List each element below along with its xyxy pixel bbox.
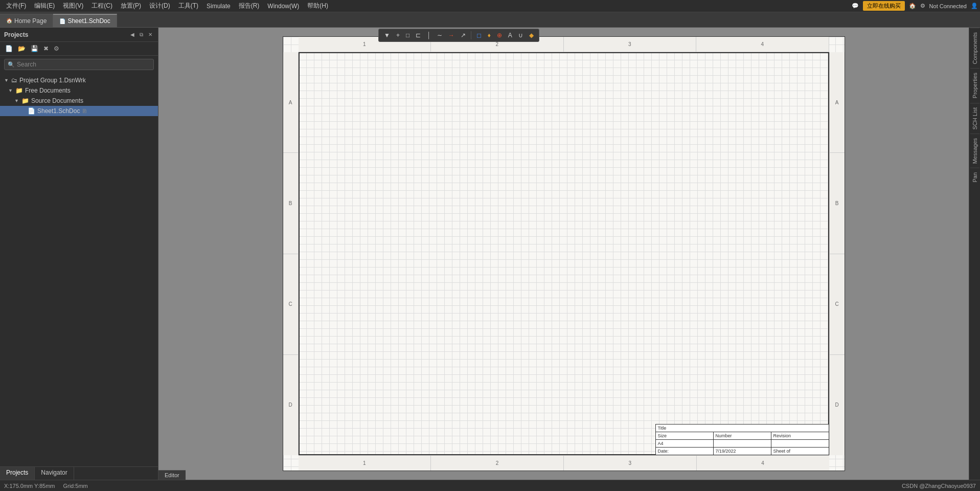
menu-file[interactable]: 文件(F) — [2, 1, 30, 11]
line-tool-button[interactable]: ∼ — [435, 31, 444, 40]
settings-icon[interactable]: ⚙ — [920, 3, 925, 9]
power-tool-button[interactable]: ↗ — [459, 31, 468, 40]
message-icon: 💬 — [852, 3, 859, 9]
tree-arrow-source-docs: ▼ — [14, 98, 19, 103]
right-tab-sch-list[interactable]: SCH List — [970, 103, 979, 133]
close-doc-button[interactable]: ✖ — [41, 44, 51, 53]
search-box[interactable]: 🔍 — [4, 59, 154, 70]
coords-display: X:175.0mm Y:85mm — [4, 483, 55, 489]
bottom-col-3: 3 — [564, 456, 697, 471]
open-doc-button[interactable]: 📂 — [16, 44, 28, 53]
menu-window[interactable]: Window(W) — [263, 2, 303, 11]
tree-item-sheet1[interactable]: 📄 Sheet1.SchDoc 🖹 — [0, 106, 158, 116]
net-label-tool-button[interactable]: → — [446, 31, 457, 40]
search-input[interactable] — [17, 61, 150, 68]
menu-help[interactable]: 帮助(H) — [303, 1, 332, 11]
add-tool-button[interactable]: + — [394, 31, 402, 40]
rect-tool-button[interactable]: □ — [404, 31, 412, 40]
right-ruler: A B C D — [829, 52, 845, 455]
user-icon[interactable]: 👤 — [971, 3, 978, 9]
menu-tools[interactable]: 工具(T) — [174, 1, 202, 11]
tree-item-project-group[interactable]: ▼ 🗂 Project Group 1.DsnWrk — [0, 75, 158, 85]
title-block: Title Size Number Revision A4 — [655, 424, 829, 455]
tree-arrow-free-docs: ▼ — [8, 88, 13, 93]
port-tool-button[interactable]: ♦ — [486, 31, 493, 40]
schematic-sheet[interactable]: 1 2 3 4 A B C D A B — [283, 36, 845, 471]
tab-navigator[interactable]: Navigator — [35, 467, 74, 480]
component-tool-button[interactable]: ◻ — [474, 31, 484, 40]
right-tab-properties[interactable]: Properties — [970, 68, 979, 102]
title-row-3: A4 — [656, 440, 829, 448]
project-group-icon: 🗂 — [11, 77, 17, 84]
connection-status: Not Connected — [929, 3, 967, 9]
menu-place[interactable]: 放置(P) — [117, 1, 145, 11]
col-label-4: 4 — [696, 37, 829, 52]
toolbar-separator-1 — [471, 31, 471, 39]
canvas-wrapper[interactable]: 1 2 3 4 A B C D A B — [158, 28, 969, 480]
text-tool-button[interactable]: A — [506, 31, 514, 40]
status-bar: X:175.0mm Y:85mm Grid:5mm CSDN @ZhangCha… — [0, 480, 980, 491]
row-label-c-left: C — [283, 254, 298, 355]
bottom-col-4: 4 — [697, 456, 829, 471]
right-tab-messages[interactable]: Messages — [970, 133, 979, 168]
tab-projects[interactable]: Projects — [0, 467, 35, 480]
watermark-text: CSDN @ZhangChaoyue0937 — [902, 483, 976, 489]
panel-float-button[interactable]: ⧉ — [138, 31, 145, 38]
fill-tool-button[interactable]: ◆ — [527, 31, 536, 40]
row-label-b-right: B — [830, 153, 845, 254]
free-docs-icon: 📁 — [15, 87, 23, 94]
tab-home[interactable]: 🏠 Home Page — [0, 14, 53, 27]
filter-tool-button[interactable]: ▼ — [382, 31, 392, 40]
right-panel: Components Properties SCH List Messages … — [969, 28, 980, 480]
tab-sheet1[interactable]: 📄 Sheet1.SchDoc — [53, 14, 117, 27]
status-left: X:175.0mm Y:85mm Grid:5mm — [4, 483, 88, 489]
junction-tool-button[interactable]: ⊕ — [495, 31, 504, 40]
row-label-d-left: D — [283, 355, 298, 455]
left-panel: Projects ◀ ⧉ ✕ 📄 📂 💾 ✖ ⚙ 🔍 ▼ 🗂 Proj — [0, 28, 158, 480]
tree-item-source-documents[interactable]: ▼ 📁 Source Documents — [0, 96, 158, 106]
grid-display: Grid:5mm — [63, 483, 87, 489]
tree-item-free-documents[interactable]: ▼ 📁 Free Documents — [0, 85, 158, 96]
menu-design[interactable]: 设计(D) — [145, 1, 174, 11]
menu-project[interactable]: 工程(C) — [87, 1, 117, 11]
tabbar: 🏠 Home Page 📄 Sheet1.SchDoc — [0, 12, 980, 28]
panel-collapse-button[interactable]: ◀ — [129, 31, 136, 38]
sheet-label: Sheet of — [771, 448, 829, 455]
new-doc-button[interactable]: 📄 — [3, 44, 15, 53]
right-tab-components[interactable]: Components — [970, 28, 979, 68]
home-icon[interactable]: 🏠 — [909, 3, 916, 9]
settings-panel-button[interactable]: ⚙ — [52, 44, 61, 53]
row-label-c-right: C — [830, 254, 845, 355]
row-label-b-left: B — [283, 153, 298, 254]
date-label: Date: — [656, 448, 714, 455]
size-label: Size — [656, 432, 714, 439]
buy-button[interactable]: 立即在线购买 — [863, 1, 905, 11]
source-docs-icon: 📁 — [21, 97, 29, 104]
status-right: CSDN @ZhangChaoyue0937 — [902, 483, 976, 489]
panel-header: Projects ◀ ⧉ ✕ — [0, 28, 158, 42]
schematic-toolbar: ▼ + □ ⊏ │ ∼ → ↗ ◻ ♦ ⊕ A ∪ ◆ — [378, 29, 539, 42]
row-ruler: A B C D — [283, 52, 299, 455]
tree-arrow-project-group: ▼ — [4, 78, 9, 83]
editor-area: ▼ + □ ⊏ │ ∼ → ↗ ◻ ♦ ⊕ A ∪ ◆ — [158, 28, 969, 480]
revision-label: Revision — [771, 432, 829, 439]
right-tab-pan[interactable]: Pan — [970, 168, 979, 187]
menu-edit[interactable]: 编辑(E) — [30, 1, 59, 11]
title-row-4: Date: 7/19/2022 Sheet of — [656, 448, 829, 455]
panel-controls: ◀ ⧉ ✕ — [129, 31, 154, 38]
menu-simulate[interactable]: Simulate — [202, 2, 235, 11]
panel-close-button[interactable]: ✕ — [147, 31, 154, 38]
sheet1-icon: 📄 — [28, 107, 35, 115]
bus-tool-button[interactable]: │ — [425, 31, 433, 40]
title-row-2: Size Number Revision — [656, 432, 829, 440]
wire-tool-button[interactable]: ⊏ — [414, 31, 423, 40]
panel-toolbar: 📄 📂 💾 ✖ ⚙ — [0, 42, 158, 56]
menubar-right: 💬 立即在线购买 🏠 ⚙ Not Connected 👤 — [852, 1, 978, 11]
menubar-left: 文件(F) 编辑(E) 视图(V) 工程(C) 放置(P) 设计(D) 工具(T… — [2, 1, 332, 11]
save-button[interactable]: 💾 — [29, 44, 40, 53]
menu-view[interactable]: 视图(V) — [59, 1, 87, 11]
menu-reports[interactable]: 报告(R) — [235, 1, 264, 11]
canvas-container: 1 2 3 4 A B C D A B — [158, 28, 969, 480]
tree-arrow-sheet1 — [20, 108, 26, 114]
arc-tool-button[interactable]: ∪ — [516, 31, 525, 40]
